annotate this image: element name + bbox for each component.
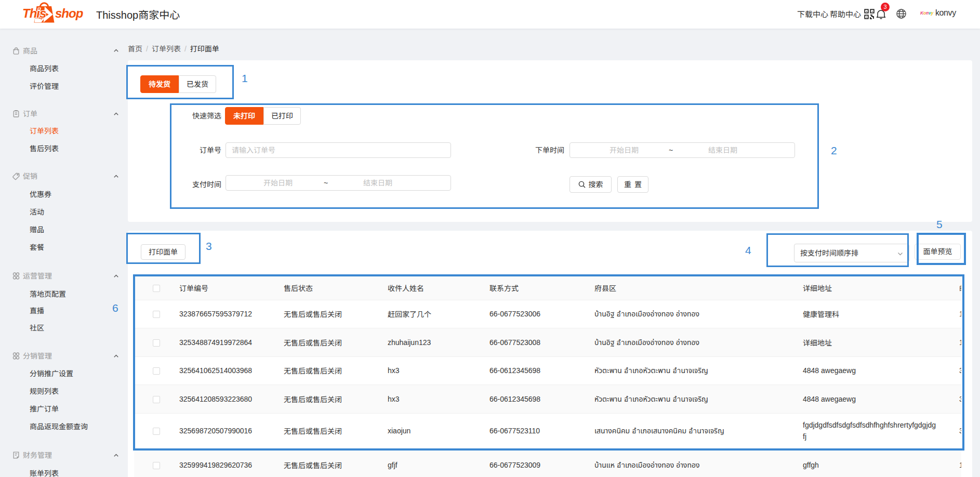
svg-text:This: This xyxy=(23,6,46,20)
svg-text:shop: shop xyxy=(55,6,83,20)
